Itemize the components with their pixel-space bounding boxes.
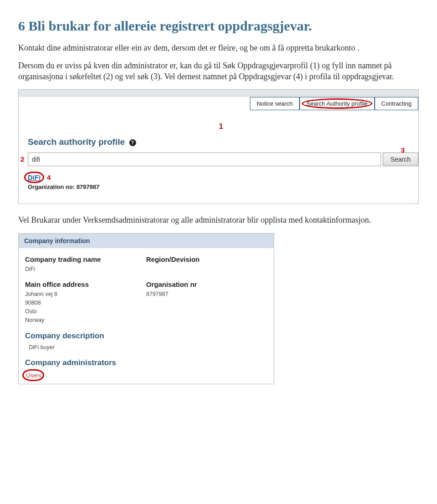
search-input-row: difi Search <box>28 153 418 166</box>
callout-2: 2 <box>20 155 24 163</box>
paragraph-3: Vel Brukarar under Verksemdsadministrato… <box>18 215 419 225</box>
address-line-2: 90808 <box>25 299 146 307</box>
search-input[interactable]: difi <box>28 153 381 166</box>
paragraph-1: Kontakt dine administratorar eller ein a… <box>18 43 419 53</box>
section-heading: 6 Bli brukar for allereie registrert opp… <box>18 18 419 34</box>
tab-notice-search[interactable]: Notice search <box>250 97 300 110</box>
users-link[interactable]: Users <box>26 372 41 379</box>
tab-search-authority-profile[interactable]: Search Authority profile <box>300 97 374 110</box>
screenshot-company-info: Company information Company trading name… <box>18 233 274 385</box>
result-org-no: Organization no: 8797987 <box>28 183 100 190</box>
tab-contracting[interactable]: Contracting <box>375 97 418 110</box>
result-name-link[interactable]: DiFi <box>28 173 41 181</box>
users-link-highlight: Users <box>26 371 41 379</box>
address-line-3: Oslo <box>25 307 146 316</box>
label-region-division: Region/Devision <box>146 255 267 263</box>
search-button[interactable]: Search <box>383 153 418 166</box>
search-result: DiFi <box>28 173 41 181</box>
heading-company-administrators: Company administrators <box>25 358 267 367</box>
result-name-highlight: DiFi <box>28 173 41 181</box>
search-authority-title-text: Search authority profile <box>28 137 125 147</box>
label-company-trading-name: Company trading name <box>25 255 146 263</box>
value-company-description: DiFi buyer <box>25 343 267 352</box>
search-authority-title: Search authority profile ? <box>28 137 136 147</box>
help-icon[interactable]: ? <box>129 139 136 146</box>
screenshot-search-authority: Notice search Search Authority profile C… <box>18 89 419 204</box>
callout-4: 4 <box>47 173 51 181</box>
address-line-4: Norway <box>25 316 146 325</box>
value-organisation-nr: 8797987 <box>146 290 267 299</box>
callout-1: 1 <box>219 122 223 131</box>
screenshot-toolbar-bg <box>19 90 418 97</box>
address-line-1: Johann vej 8 <box>25 290 146 299</box>
heading-company-description: Company description <box>25 331 267 341</box>
paragraph-2: Dersom du er uviss på kven din administr… <box>18 61 419 82</box>
label-organisation-nr: Organisation nr <box>146 280 267 288</box>
nav-tabs: Notice search Search Authority profile C… <box>250 97 418 110</box>
company-info-header: Company information <box>19 234 274 248</box>
label-main-office-address: Main office address <box>25 280 146 288</box>
value-company-trading-name: DiFi <box>25 265 146 274</box>
